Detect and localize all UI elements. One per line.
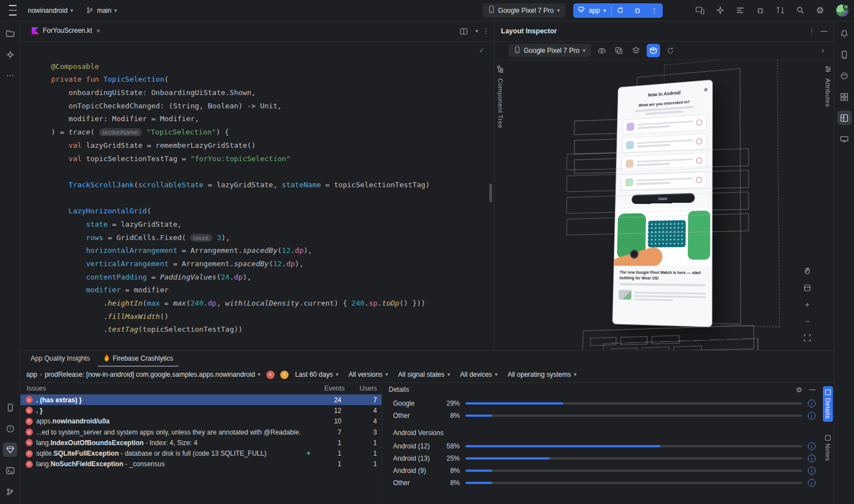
stat-label: Android (12) bbox=[393, 442, 436, 450]
3d-stage: Now in Android ⚙ What are you interested… bbox=[529, 68, 818, 350]
issue-row[interactable]: ×. }124 bbox=[21, 405, 381, 416]
project-selector[interactable]: nowinandroid ▾ bbox=[23, 3, 77, 18]
inspections-ok-icon[interactable]: ✓ bbox=[479, 46, 485, 54]
info-icon[interactable]: i bbox=[808, 479, 816, 487]
logcat-icon[interactable] bbox=[733, 3, 747, 18]
zoom-to-fit-icon[interactable] bbox=[801, 331, 814, 345]
filter-dropdown[interactable]: Last 60 days▾ bbox=[294, 371, 340, 378]
settings-gear-icon[interactable]: ⚙ bbox=[813, 3, 827, 18]
info-icon[interactable]: i bbox=[808, 400, 816, 407]
code-editor[interactable]: ✓ @Composableprivate fun TopicSelection(… bbox=[21, 42, 494, 350]
phone-app-title: Now in Android bbox=[648, 90, 681, 98]
filter-dropdown[interactable]: All signal states▾ bbox=[397, 371, 451, 378]
layout-inspector-tool-icon[interactable] bbox=[837, 111, 852, 125]
reset-view-icon[interactable] bbox=[801, 281, 814, 295]
attributes-tab[interactable]: Attributes bbox=[825, 78, 831, 107]
tab-firebase-crashlytics[interactable]: Firebase Crashlytics bbox=[98, 351, 179, 367]
events-count: 12 bbox=[315, 407, 341, 415]
aqi-tab-bar: App Quality Insights Firebase Crashlytic… bbox=[21, 351, 834, 367]
3d-mode-button[interactable] bbox=[647, 44, 660, 57]
apply-changes-button[interactable] bbox=[612, 3, 629, 18]
debug-button[interactable] bbox=[629, 3, 646, 18]
details-title: Details bbox=[389, 386, 409, 393]
ai-insight-icon: ✦ bbox=[306, 450, 311, 457]
inspector-more-menu-icon[interactable]: ⋮ bbox=[808, 27, 815, 35]
search-icon[interactable] bbox=[793, 3, 807, 18]
vcs-branch-selector[interactable]: main ▾ bbox=[81, 3, 121, 18]
inspector-minimize-icon[interactable]: — bbox=[821, 27, 827, 35]
run-more-menu[interactable]: ⋮ bbox=[646, 3, 663, 18]
code-line: val lazyGridState = rememberLazyGridStat… bbox=[51, 139, 494, 152]
filter-dropdown[interactable]: All operating systems▾ bbox=[507, 371, 578, 378]
side-tab-details[interactable]: Details bbox=[823, 386, 833, 422]
expand-panel-chevron-icon[interactable]: › bbox=[816, 44, 830, 57]
issue-row[interactable]: ×lang.IndexOutOfBoundsException - Index:… bbox=[21, 437, 381, 448]
component-tree-tab[interactable]: Component Tree bbox=[497, 78, 504, 128]
run-config-icon bbox=[578, 6, 585, 14]
zoom-out-icon[interactable]: − bbox=[801, 315, 814, 328]
fatal-filter-toggle[interactable]: × bbox=[266, 371, 275, 379]
scope-selector[interactable]: app › prodRelease: [now-in-android] com.… bbox=[26, 371, 261, 378]
run-config-selector[interactable]: app ▾ bbox=[573, 3, 611, 18]
editor-scrollbar[interactable] bbox=[489, 183, 492, 202]
device-mirroring-icon[interactable] bbox=[693, 3, 707, 18]
build-variants-icon[interactable] bbox=[837, 89, 852, 104]
view-options-eye-icon[interactable] bbox=[595, 44, 608, 57]
zoom-in-icon[interactable]: + bbox=[801, 298, 814, 311]
details-settings-gear-icon[interactable]: ⚙ bbox=[796, 386, 802, 394]
non-fatal-filter-toggle[interactable]: ! bbox=[280, 371, 289, 379]
issue-row[interactable]: ×...ed to system_server and system apps … bbox=[21, 427, 381, 437]
events-count: 10 bbox=[315, 417, 341, 425]
inspector-device-selector[interactable]: Google Pixel 7 Pro ▾ bbox=[509, 44, 591, 57]
filter-dropdown[interactable]: All devices▾ bbox=[459, 371, 499, 378]
stat-bar bbox=[465, 482, 802, 484]
info-icon[interactable]: i bbox=[808, 455, 816, 462]
version-control-tool-icon[interactable] bbox=[3, 485, 17, 499]
issues-table-header: Issues Events Users bbox=[21, 383, 381, 395]
info-icon[interactable]: i bbox=[808, 467, 816, 475]
user-avatar[interactable] bbox=[836, 4, 848, 17]
left-tool-strip: ⋯ bbox=[0, 21, 21, 504]
pan-mode-icon[interactable] bbox=[801, 265, 814, 278]
layout-inspector-3d-view[interactable]: Now in Android ⚙ What are you interested… bbox=[507, 60, 822, 350]
component-tree-icon bbox=[497, 66, 504, 74]
details-minimize-icon[interactable]: — bbox=[809, 386, 816, 393]
pull-request-icon[interactable] bbox=[773, 3, 787, 18]
layers-icon[interactable] bbox=[629, 44, 643, 57]
info-icon[interactable]: i bbox=[808, 442, 816, 450]
project-tool-icon[interactable] bbox=[3, 26, 17, 41]
terminal-tool-icon[interactable] bbox=[3, 463, 17, 478]
side-tab-notes[interactable]: Notes bbox=[823, 432, 833, 465]
issue-row[interactable]: ×apps.nowinandroid/u0a104 bbox=[21, 416, 381, 427]
editor-more-menu-icon[interactable]: ⋮ bbox=[483, 27, 489, 35]
component-tree-strip: Component Tree bbox=[494, 60, 507, 350]
issue-row[interactable]: ×lang.NoSuchFieldException - _consensus1… bbox=[21, 459, 381, 470]
code-line: @Composable bbox=[51, 60, 494, 73]
editor-tab-bar: ForYouScreen.kt × ▾ ⋮ bbox=[21, 21, 494, 42]
device-explorer-icon[interactable] bbox=[3, 400, 17, 415]
problems-tool-icon[interactable] bbox=[3, 421, 17, 436]
code-line: rows = GridCells.Fixed( count: 3), bbox=[51, 231, 494, 244]
tab-app-quality-insights[interactable]: App Quality Insights bbox=[25, 351, 96, 367]
info-icon[interactable]: i bbox=[808, 412, 816, 420]
more-tool-windows-icon[interactable]: ⋯ bbox=[3, 68, 17, 83]
ai-assistant-icon[interactable] bbox=[713, 3, 727, 18]
close-tab-icon[interactable]: × bbox=[96, 27, 101, 35]
app-quality-insights-tool-icon[interactable] bbox=[3, 442, 17, 457]
snapshot-icon[interactable] bbox=[612, 44, 625, 57]
chevron-down-icon[interactable]: ▾ bbox=[475, 28, 478, 34]
device-manager-icon[interactable] bbox=[837, 47, 852, 62]
emulator-icon[interactable] bbox=[837, 132, 852, 146]
device-selector[interactable]: Google Pixel 7 Pro ▾ bbox=[483, 3, 565, 18]
app-insights-bug-icon[interactable] bbox=[753, 3, 767, 18]
filter-dropdown[interactable]: All versions▾ bbox=[347, 371, 389, 378]
commit-tool-icon[interactable] bbox=[3, 47, 17, 62]
notifications-bell-icon[interactable] bbox=[837, 26, 852, 41]
main-menu-icon[interactable] bbox=[6, 3, 20, 18]
split-editor-icon[interactable] bbox=[456, 24, 471, 38]
refresh-icon[interactable] bbox=[664, 44, 677, 57]
issue-row[interactable]: ×. (has extras) }247 bbox=[21, 395, 381, 405]
gradle-icon[interactable] bbox=[837, 68, 852, 83]
editor-tab-foryouscreen[interactable]: ForYouScreen.kt × bbox=[27, 21, 105, 41]
issue-row[interactable]: ×sqlite.SQLiteFullException - database o… bbox=[21, 448, 381, 458]
